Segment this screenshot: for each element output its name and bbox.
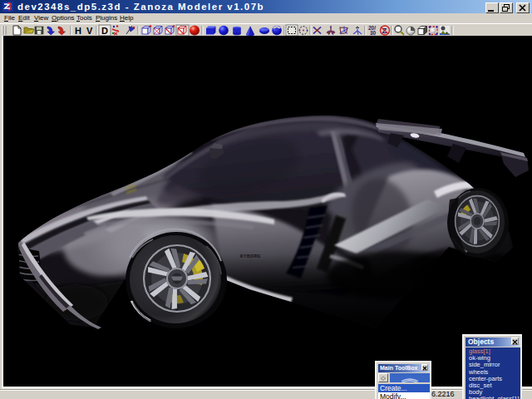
svg-text:KYBORG: KYBORG [240, 254, 261, 259]
svg-text:H: H [75, 26, 81, 36]
svg-text:30: 30 [370, 30, 377, 36]
svg-text:V: V [86, 26, 93, 36]
svg-text:D: D [101, 26, 108, 36]
